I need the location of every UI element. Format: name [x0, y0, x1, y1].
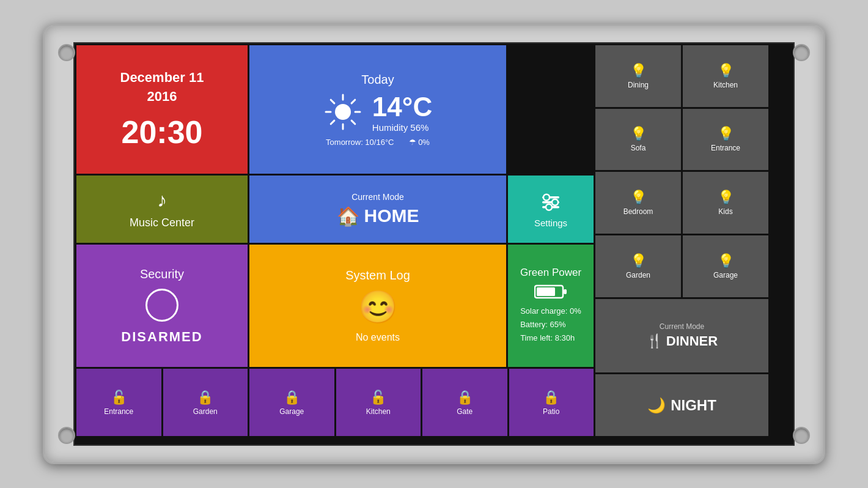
right-panel: 💡Dining💡Kitchen💡Sofa💡Entrance💡Bedroom💡Ki… — [595, 45, 768, 436]
lock-icon: 🔓 — [370, 390, 386, 405]
green-power-tile[interactable]: Green Power Solar charge: 0% Battery: 65… — [508, 245, 594, 367]
bulb-icon: 💡 — [718, 253, 734, 269]
settings-label: Settings — [534, 218, 567, 228]
night-mode-tile[interactable]: 🌙NIGHT — [595, 374, 768, 436]
music-tile[interactable]: ♪Music Center — [76, 176, 248, 243]
datetime-tile[interactable]: December 11201620:30 — [76, 45, 248, 174]
locks-group: 🔓Entrance🔒Garden🔒Garage🔓Kitchen🔒Gate🔒Pat… — [76, 369, 594, 436]
svg-point-13 — [552, 199, 558, 205]
light-kids[interactable]: 💡Kids — [683, 172, 768, 234]
lock-icon: 🔒 — [543, 390, 559, 405]
lock-label: Garage — [279, 407, 304, 416]
security-circle-icon — [145, 289, 178, 322]
home-mode-tile[interactable]: Current Mode🏠HOME — [249, 176, 506, 243]
time-display: 20:30 — [122, 114, 203, 150]
settings-tile[interactable]: Settings — [508, 176, 594, 243]
syslog-tile[interactable]: System Log 😊 No events — [249, 245, 506, 367]
mount-hole-tr — [793, 44, 810, 61]
svg-point-0 — [335, 104, 351, 120]
lock-gate[interactable]: 🔒Gate — [422, 369, 507, 436]
rain-chance: 0% — [418, 138, 430, 147]
music-label: Music Center — [130, 216, 194, 229]
svg-line-8 — [331, 100, 334, 103]
security-title: Security — [140, 267, 184, 281]
lock-icon: 🔒 — [284, 390, 300, 405]
light-dining[interactable]: 💡Dining — [595, 45, 681, 107]
lock-icon: 🔓 — [111, 390, 127, 405]
bulb-icon: 💡 — [630, 63, 647, 79]
syslog-status: No events — [356, 332, 400, 343]
light-label: Entrance — [711, 144, 740, 152]
svg-point-12 — [543, 194, 550, 200]
bulb-icon: 💡 — [718, 190, 734, 205]
lock-label: Patio — [543, 407, 559, 416]
night-mode-value: 🌙NIGHT — [647, 397, 716, 414]
weather-tile[interactable]: Today 14°C Humidity 56% Tomorrow: 10/16°… — [249, 45, 506, 174]
lock-kitchen[interactable]: 🔓Kitchen — [336, 369, 421, 436]
screen: December 11201620:30 Today 14°C Humidity… — [73, 42, 795, 446]
lock-label: Kitchen — [366, 407, 391, 416]
lock-icon: 🔒 — [197, 390, 213, 405]
green-power-title: Green Power — [520, 267, 581, 279]
light-kitchen[interactable]: 💡Kitchen — [683, 45, 768, 107]
bulb-icon: 💡 — [630, 190, 647, 205]
home-mode-value: 🏠HOME — [337, 205, 419, 227]
light-label: Kitchen — [713, 81, 738, 89]
bulb-icon: 💡 — [718, 126, 734, 142]
light-label: Bedroom — [623, 207, 653, 216]
weather-title: Today — [361, 73, 394, 87]
settings-icon — [539, 191, 562, 214]
temperature: 14°C — [372, 92, 432, 122]
light-entrance[interactable]: 💡Entrance — [683, 109, 768, 171]
lock-label: Entrance — [104, 407, 133, 416]
device-frame: December 11201620:30 Today 14°C Humidity… — [43, 24, 825, 464]
battery-level: Battery: 65% — [520, 318, 581, 331]
battery-icon — [534, 284, 567, 300]
light-label: Garden — [626, 271, 650, 279]
lock-label: Garden — [193, 407, 218, 416]
light-label: Sofa — [631, 144, 646, 152]
mount-hole-tl — [58, 44, 75, 61]
sun-icon — [323, 92, 362, 131]
dinner-mode-title: Current Mode — [660, 322, 704, 331]
mount-hole-br — [793, 427, 810, 444]
music-icon: ♪ — [157, 189, 167, 212]
dinner-mode-value: 🍴DINNER — [646, 333, 718, 349]
humidity: Humidity 56% — [372, 122, 432, 133]
light-label: Garage — [713, 271, 738, 279]
bulb-icon: 💡 — [630, 126, 647, 142]
date-display: December 112016 — [120, 68, 204, 106]
power-stats: Solar charge: 0% Battery: 65% Time left:… — [520, 305, 581, 345]
light-garage[interactable]: 💡Garage — [683, 235, 768, 297]
bulb-icon: 💡 — [630, 253, 647, 269]
lock-garage[interactable]: 🔒Garage — [249, 369, 334, 436]
tomorrow-forecast: Tomorrow: 10/16°C — [326, 138, 394, 147]
svg-line-2 — [351, 100, 355, 103]
security-status: DISARMED — [121, 329, 202, 345]
lock-icon: 🔒 — [457, 390, 473, 405]
dinner-mode-tile[interactable]: Current Mode🍴DINNER — [595, 299, 768, 373]
lock-garden[interactable]: 🔒Garden — [163, 369, 248, 436]
svg-line-4 — [351, 120, 355, 124]
lock-label: Gate — [457, 407, 473, 416]
light-label: Dining — [628, 81, 649, 89]
light-label: Kids — [718, 207, 732, 216]
light-garden[interactable]: 💡Garden — [595, 235, 681, 297]
lock-entrance[interactable]: 🔓Entrance — [76, 369, 161, 436]
mount-hole-bl — [58, 427, 75, 444]
svg-point-14 — [546, 204, 552, 210]
svg-rect-16 — [537, 287, 555, 296]
smiley-icon: 😊 — [358, 289, 398, 326]
solar-charge: Solar charge: 0% — [520, 305, 581, 318]
light-bedroom[interactable]: 💡Bedroom — [595, 172, 681, 234]
syslog-title: System Log — [345, 268, 410, 283]
svg-line-6 — [331, 120, 334, 124]
svg-rect-17 — [564, 289, 567, 294]
home-mode-title: Current Mode — [351, 192, 404, 202]
light-sofa[interactable]: 💡Sofa — [595, 109, 681, 171]
time-left: Time left: 8:30h — [520, 331, 581, 345]
lock-patio[interactable]: 🔒Patio — [509, 369, 594, 436]
security-tile[interactable]: Security DISARMED — [76, 245, 248, 367]
bulb-icon: 💡 — [718, 63, 734, 79]
